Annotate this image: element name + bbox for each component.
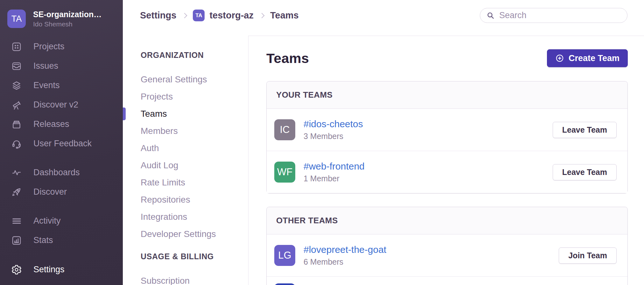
settings-nav-section: ORGANIZATION General SettingsProjectsTea… — [123, 50, 248, 243]
page-header: Teams Create Team — [266, 49, 628, 67]
sidebar-group: Dashboards Discover — [0, 163, 123, 202]
circle-plus-icon — [555, 54, 564, 63]
settings-nav-audit-log[interactable]: Audit Log — [123, 157, 248, 174]
team-row — [267, 276, 627, 285]
team-row: LG #lovepreet-the-goat 6 Members Join Te… — [267, 234, 627, 276]
breadcrumb-chevron-icon — [259, 13, 264, 18]
leave-team-button[interactable]: Leave Team — [553, 164, 617, 180]
team-row: WF #web-frontend 1 Member Leave Team — [267, 151, 627, 193]
team-member-count: 3 Members — [304, 132, 363, 141]
team-info: #web-frontend 1 Member — [304, 161, 365, 183]
bar-chart-icon — [11, 235, 22, 246]
sidebar-item-dashboards[interactable]: Dashboards — [0, 163, 123, 182]
settings-section-items: Subscription — [123, 272, 248, 285]
headset-icon — [11, 138, 22, 149]
settings-nav-general-settings[interactable]: General Settings — [123, 71, 248, 88]
releases-archive-icon — [11, 119, 22, 130]
sidebar-item-settings[interactable]: Settings — [0, 260, 123, 279]
search-input[interactable] — [499, 10, 621, 21]
settings-nav-developer-settings[interactable]: Developer Settings — [123, 226, 248, 243]
sidebar-item-issues[interactable]: Issues — [0, 56, 123, 76]
settings-nav: ORGANIZATION General SettingsProjectsTea… — [123, 36, 248, 285]
panel-title: OTHER TEAMS — [276, 216, 338, 225]
breadcrumb-settings[interactable]: Settings — [140, 10, 176, 21]
topbar: Settings TA testorg-az Teams — [123, 0, 644, 36]
sidebar-item-releases[interactable]: Releases — [0, 115, 123, 134]
settings-nav-auth[interactable]: Auth — [123, 140, 248, 157]
team-name-link[interactable]: #lovepreet-the-goat — [304, 244, 386, 255]
org-switcher[interactable]: TA SE-organization… Ido Shemesh — [0, 10, 123, 28]
team-member-count: 6 Members — [304, 257, 386, 267]
sidebar-item-label: Settings — [33, 265, 65, 275]
team-avatar: WF — [274, 162, 295, 183]
settings-nav-projects[interactable]: Projects — [123, 88, 248, 105]
org-avatar: TA — [7, 10, 26, 28]
main-sidebar: TA SE-organization… Ido Shemesh Projects… — [0, 0, 123, 285]
sidebar-item-events[interactable]: Events — [0, 76, 123, 95]
sidebar-nav: Projects Issues Events Discover v2 Relea… — [0, 37, 123, 279]
pulse-icon — [11, 167, 22, 178]
breadcrumb-teams[interactable]: Teams — [270, 10, 299, 21]
sidebar-item-user-feedback[interactable]: User Feedback — [0, 134, 123, 153]
team-row: IC #idos-cheetos 3 Members Leave Team — [267, 109, 627, 151]
settings-body: ORGANIZATION General SettingsProjectsTea… — [123, 36, 644, 285]
sidebar-item-discover[interactable]: Discover — [0, 182, 123, 202]
gear-icon — [11, 264, 22, 275]
sidebar-item-label: Activity — [33, 216, 61, 226]
settings-nav-teams[interactable]: Teams — [123, 105, 248, 122]
settings-nav-subscription[interactable]: Subscription — [123, 272, 248, 285]
breadcrumb-org[interactable]: TA testorg-az — [193, 10, 254, 21]
sidebar-item-label: Issues — [33, 61, 58, 71]
join-team-button[interactable]: Join Team — [559, 247, 617, 264]
sidebar-item-projects[interactable]: Projects — [0, 37, 123, 56]
content-area: Settings TA testorg-az Teams ORGANIZATIO… — [123, 0, 644, 285]
settings-section-usage-billing: USAGE & BILLING — [123, 252, 248, 261]
telescope-icon — [11, 100, 22, 110]
search-box[interactable] — [480, 8, 627, 23]
panel-body: LG #lovepreet-the-goat 6 Members Join Te… — [267, 234, 627, 285]
panel-header: OTHER TEAMS — [267, 207, 627, 234]
team-info: #lovepreet-the-goat 6 Members — [304, 244, 386, 267]
sidebar-group: Settings — [0, 260, 123, 279]
breadcrumb-org-label: testorg-az — [209, 10, 254, 21]
teams-page: Teams Create Team YOUR TEAMS IC #idos-ch… — [248, 36, 644, 285]
team-info: #idos-cheetos 3 Members — [304, 119, 363, 141]
settings-nav-section: USAGE & BILLING Subscription — [123, 252, 248, 285]
create-team-label: Create Team — [569, 53, 620, 63]
sidebar-group: Activity Stats — [0, 211, 123, 250]
panel-header: YOUR TEAMS — [267, 81, 627, 109]
team-name-link[interactable]: #idos-cheetos — [304, 119, 363, 129]
settings-nav-repositories[interactable]: Repositories — [123, 191, 248, 208]
settings-section-organization: ORGANIZATION — [123, 50, 248, 60]
team-member-count: 1 Member — [304, 174, 365, 183]
sidebar-item-stats[interactable]: Stats — [0, 231, 123, 250]
issues-inbox-icon — [11, 61, 22, 72]
settings-section-items: General SettingsProjectsTeamsMembersAuth… — [123, 71, 248, 243]
panel-other-teams: OTHER TEAMS LG #lovepreet-the-goat 6 Mem… — [266, 207, 628, 285]
sidebar-group: Projects Issues Events Discover v2 Relea… — [0, 37, 123, 153]
settings-nav-rate-limits[interactable]: Rate Limits — [123, 174, 248, 191]
org-badge: TA — [193, 10, 205, 21]
sidebar-item-label: Events — [33, 80, 60, 90]
create-team-button[interactable]: Create Team — [547, 49, 628, 67]
breadcrumb-chevron-icon — [182, 13, 187, 18]
rocket-icon — [11, 187, 22, 198]
sidebar-item-discover-v2[interactable]: Discover v2 — [0, 95, 123, 115]
app-root: TA SE-organization… Ido Shemesh Projects… — [0, 0, 644, 285]
sidebar-item-label: Dashboards — [33, 168, 80, 177]
team-name-link[interactable]: #web-frontend — [304, 161, 365, 172]
settings-nav-members[interactable]: Members — [123, 122, 248, 140]
org-text: SE-organization… Ido Shemesh — [33, 10, 102, 28]
leave-team-button[interactable]: Leave Team — [553, 122, 617, 138]
sidebar-item-activity[interactable]: Activity — [0, 211, 123, 231]
team-avatar: IC — [274, 119, 295, 140]
settings-nav-integrations[interactable]: Integrations — [123, 208, 248, 226]
sidebar-item-label: Projects — [33, 42, 65, 52]
team-avatar — [274, 283, 295, 285]
page-title: Teams — [266, 51, 309, 66]
sidebar-item-label: Discover v2 — [33, 100, 78, 110]
sidebar-item-label: Releases — [33, 119, 69, 129]
panel-body: IC #idos-cheetos 3 Members Leave Team WF… — [267, 109, 627, 193]
sidebar-item-label: Discover — [33, 187, 67, 197]
search-icon — [486, 11, 494, 19]
